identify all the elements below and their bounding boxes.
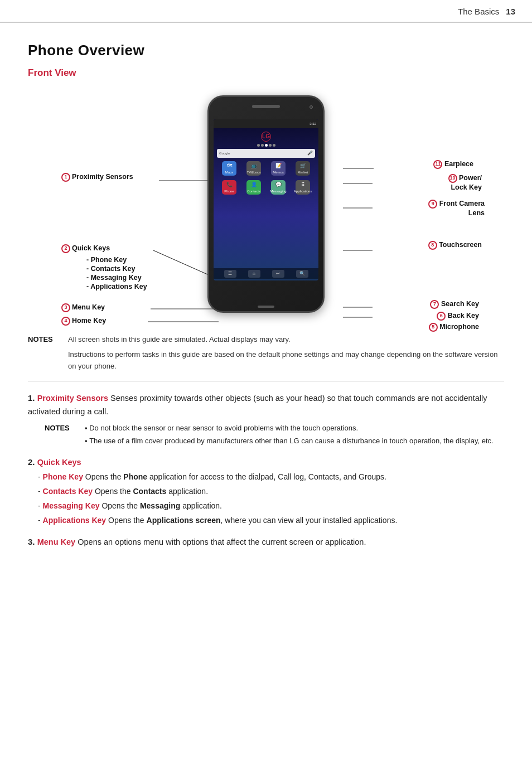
- label-microphone: 5 Microphone: [427, 322, 479, 332]
- lg-logo-area: LG: [214, 128, 318, 143]
- messaging-key-item: - Messaging Key Opens the Messaging appl…: [38, 500, 504, 512]
- phone-app-row1: 🗺 Maps 📺 TV&Loca 📝 Memos: [214, 159, 318, 178]
- status-dot: [261, 144, 264, 147]
- status-dot: [257, 144, 260, 147]
- nav-search: 🔍: [296, 270, 308, 278]
- phone-mic-hole: [258, 306, 274, 308]
- label-touchscreen: 8 Touchscreen: [427, 240, 482, 250]
- tv-icon: 📺 TV&Loca: [246, 161, 261, 176]
- contacts-key-item: - Contacts Key Opens the Contacts applic…: [38, 486, 504, 497]
- label-search-key: 7 Search Key: [428, 299, 479, 309]
- item-2-highlight: Quick Keys: [37, 458, 81, 467]
- item-1-text: 1. Proximity Sensors Senses proximity to…: [28, 391, 504, 418]
- label-power-lock: 10 Power/Lock Key: [447, 173, 482, 192]
- applications-key-item: - Applications Key Opens the Application…: [38, 515, 504, 526]
- messaging-key-icon: 💬 Messaging: [271, 180, 286, 195]
- market-icon: 🛒 Market: [296, 161, 310, 176]
- phone-front-camera: [309, 105, 313, 109]
- phone-app-row2: 📞 Phone 👤 Contacts 💬 Messaging: [214, 178, 318, 197]
- section-name: The Basics: [458, 6, 499, 18]
- phone-nav-bar: ☰ ⌂ ↩ 🔍: [214, 268, 318, 279]
- quick-keys-list: - Phone Key Opens the Phone application …: [38, 471, 504, 526]
- label-earpiece: 11 Earpiece: [432, 159, 473, 169]
- page-content: Phone Overview Front View: [0, 23, 532, 575]
- status-icons: [214, 143, 318, 148]
- item1-note-1: Do not block the sensor or near sensor t…: [85, 423, 494, 434]
- item-1-notes: NOTES Do not block the sensor or near se…: [45, 423, 504, 447]
- phone-key-item: - Phone Key Opens the Phone application …: [38, 471, 504, 483]
- nav-back: ↩: [272, 270, 284, 278]
- main-content-list: 1. Proximity Sensors Senses proximity to…: [28, 391, 504, 549]
- lg-logo: LG: [261, 132, 271, 142]
- label-home-key: 4Home Key: [61, 316, 106, 326]
- phone-key-icon: 📞 Phone: [222, 180, 236, 195]
- list-item-2: 2. Quick Keys - Phone Key Opens the Phon…: [28, 456, 504, 526]
- phone-search-bar: Google 🎤: [217, 149, 315, 158]
- phone-screen: 3:32 LG: [214, 119, 318, 280]
- phone-status-bar: 3:32: [214, 119, 318, 128]
- label-menu-key: 3Menu Key: [61, 303, 105, 312]
- page-header: The Basics 13: [0, 0, 532, 23]
- contacts-key-icon: 👤 Contacts: [246, 180, 261, 195]
- notes-content: All screen shots in this guide are simul…: [68, 334, 504, 372]
- status-dot-active: [265, 144, 268, 147]
- item-3-content: Opens an options menu with options that …: [78, 538, 366, 546]
- item-1-highlight: Proximity Sensors: [37, 394, 108, 403]
- item1-note-2: The use of a film cover produced by manu…: [85, 435, 494, 447]
- label-applications-key: - Applications Key: [86, 282, 147, 292]
- item-3-highlight: Menu Key: [37, 538, 76, 546]
- memos-icon: 📝 Memos: [271, 161, 286, 176]
- label-back-key: 6 Back Key: [435, 311, 479, 321]
- label-proximity-sensors: 1Proximity Sensors: [61, 172, 133, 182]
- status-dot: [273, 144, 275, 147]
- label-front-camera: 9 Front CameraLens: [427, 199, 485, 217]
- apps-key-icon: ⠿ Applications: [296, 180, 310, 195]
- maps-icon: 🗺 Maps: [222, 161, 236, 176]
- section-title: Phone Overview: [28, 40, 504, 61]
- page-number: 13: [506, 6, 515, 18]
- nav-home: ⌂: [248, 270, 260, 278]
- phone-diagram: 3:32 LG: [28, 90, 504, 324]
- item1-notes-label: NOTES: [45, 423, 78, 447]
- section-subtitle: Front View: [28, 66, 504, 80]
- status-dot: [269, 144, 272, 147]
- phone-earpiece-slot: [252, 105, 280, 108]
- phone-image: 3:32 LG: [207, 95, 325, 313]
- list-item-3: 3. Menu Key Opens an options menu with o…: [28, 535, 504, 549]
- nav-menu: ☰: [224, 270, 236, 278]
- diagram-notes: NOTES All screen shots in this guide are…: [28, 334, 504, 372]
- list-item-1: 1. Proximity Sensors Senses proximity to…: [28, 391, 504, 446]
- label-quick-keys: 2Quick Keys: [61, 244, 110, 253]
- notes-label: NOTES: [28, 334, 61, 372]
